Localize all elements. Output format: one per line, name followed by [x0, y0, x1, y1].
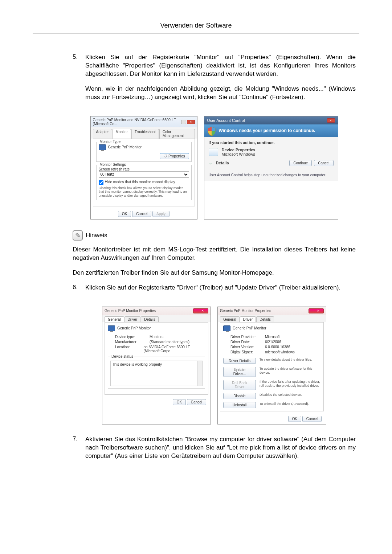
tab-general[interactable]: General	[220, 316, 240, 322]
driver-details-desc: To view details about the driver files.	[260, 358, 320, 362]
note-label: Hinweis	[86, 232, 107, 239]
page-header: Verwenden der Software	[33, 22, 359, 33]
dialog-title: Generic PnP Monitor Properties	[220, 309, 271, 313]
device-status-text: This device is working properly.	[112, 362, 163, 366]
hide-modes-label: Hide modes that this monitor cannot disp…	[105, 180, 175, 184]
monitor-type-label: Monitor Type	[99, 140, 122, 144]
cancel-button[interactable]: Cancel	[314, 160, 333, 166]
dialog-title: Generic PnP Monitor Properties	[105, 309, 156, 313]
step7-para1: Aktivieren Sie das Kontrollkästchen "Bro…	[85, 435, 356, 460]
step-7: 7. Aktivieren Sie das Kontrollkästchen "…	[73, 435, 356, 467]
step-number: 5.	[73, 53, 85, 108]
tab-monitor[interactable]: Monitor	[113, 129, 131, 139]
scrollbar[interactable]	[197, 361, 202, 386]
monitor-icon	[108, 325, 115, 331]
tab-details[interactable]: Details	[141, 316, 159, 322]
step-5: 5. Klicken Sie auf der Registerkarte "Mo…	[73, 53, 356, 108]
uninstall-desc: To uninstall the driver (Advanced).	[260, 402, 320, 406]
monitor-name: Generic PnP Monitor	[233, 326, 266, 330]
refresh-rate-select[interactable]: 60 Hertz	[99, 171, 189, 178]
footer-divider	[33, 518, 359, 518]
digital-signer-label: Digital Signer:	[230, 350, 265, 354]
device-type-label: Device type:	[115, 335, 150, 339]
cancel-button[interactable]: Cancel	[132, 211, 151, 217]
update-driver-desc: To update the driver software for this d…	[260, 367, 320, 375]
monitor-settings-label: Monitor Settings	[99, 163, 127, 167]
ok-button[interactable]: OK	[173, 399, 186, 405]
general-properties-dialog: Generic PnP Monitor Properties — ✕ Gener…	[102, 307, 211, 424]
device-status-label: Device status	[110, 354, 134, 358]
uac-if-started: If you started this action, continue.	[209, 140, 334, 145]
tab-adapter[interactable]: Adapter	[93, 129, 112, 139]
app-icon	[209, 148, 218, 156]
disable-button[interactable]: Disable	[223, 393, 256, 399]
driver-provider-label: Driver Provider:	[230, 335, 265, 339]
location-label: Location:	[115, 345, 144, 353]
shield-icon	[207, 127, 216, 136]
tab-color-management[interactable]: Color Management	[159, 129, 195, 139]
driver-details-button[interactable]: Driver Details	[223, 358, 256, 364]
uac-dialog: User Account Control × Windows needs you…	[204, 116, 338, 219]
tab-general[interactable]: General	[105, 316, 124, 322]
driver-version-label: Driver Version:	[230, 345, 265, 349]
uac-vendor: Microsoft Windows	[222, 152, 256, 156]
step-number: 6.	[73, 284, 85, 299]
tab-details[interactable]: Details	[256, 316, 274, 322]
refresh-rate-label: Screen refresh rate:	[99, 167, 189, 171]
disable-desc: Disables the selected device.	[260, 393, 320, 397]
note-para2: Den zertifizierten Treiber finden Sie au…	[73, 269, 356, 277]
manufacturer-value: (Standard monitor types)	[150, 340, 189, 344]
step6-para1: Klicken Sie auf der Registerkarte "Drive…	[85, 284, 356, 292]
note-para1: Dieser Monitortreiber ist mit dem MS-Log…	[73, 246, 356, 262]
apply-button[interactable]: Apply	[152, 211, 170, 217]
driver-date-label: Driver Date:	[230, 340, 265, 344]
tab-driver[interactable]: Driver	[124, 316, 141, 322]
screenshot-row-1: Generic PnP Monitor and NVIDIA GeForce 6…	[73, 116, 356, 219]
driver-date-value: 6/21/2006	[265, 340, 281, 344]
update-driver-button[interactable]: Update Driver...	[223, 367, 256, 377]
monitor-name: Generic PnP Monitor	[117, 326, 151, 330]
tab-troubleshoot[interactable]: Troubleshoot	[131, 129, 159, 139]
properties-button[interactable]: 🛡 Properties	[160, 153, 189, 159]
cancel-button[interactable]: Cancel	[302, 416, 322, 422]
close-icon[interactable]: ×	[327, 118, 335, 123]
close-icon[interactable]: — ✕	[193, 308, 208, 313]
step-6: 6. Klicken Sie auf der Registerkarte "Dr…	[73, 284, 356, 299]
rollback-driver-desc: If the device fails after updating the d…	[260, 380, 320, 388]
uac-headline: Windows needs your permission to contion…	[219, 128, 315, 133]
step-number: 7.	[73, 435, 85, 467]
chevron-down-icon[interactable]: ⌄	[209, 160, 212, 165]
rollback-driver-button[interactable]: Roll Back Driver	[223, 380, 256, 390]
tab-driver[interactable]: Driver	[240, 316, 256, 322]
monitor-properties-dialog: Generic PnP Monitor and NVIDIA GeForce 6…	[90, 116, 197, 219]
uac-title: User Account Control	[207, 118, 245, 123]
manufacturer-label: Manufacturer:	[115, 340, 150, 344]
digital-signer-value: microsoft windows	[265, 350, 295, 354]
driver-properties-dialog: Generic PnP Monitor Properties — ✕ Gener…	[217, 307, 326, 424]
ok-button[interactable]: OK	[118, 211, 131, 217]
screenshot-row-2: Generic PnP Monitor Properties — ✕ Gener…	[73, 307, 356, 424]
driver-provider-value: Microsoft	[265, 335, 280, 339]
driver-version-value: 6.0.6000.16386	[265, 345, 290, 349]
uac-app-name: Device Properties	[222, 148, 256, 152]
monitor-name: Generic PnP Monitor	[108, 145, 142, 149]
continue-button[interactable]: Continue	[289, 160, 312, 166]
step5-para1: Klicken Sie auf der Registerkarte "Monit…	[85, 53, 356, 78]
close-icon[interactable]: — ✕	[309, 308, 324, 313]
cancel-button[interactable]: Cancel	[187, 399, 206, 405]
hide-modes-checkbox[interactable]	[99, 180, 103, 185]
location-value: on NVIDIA GeForce 6600 LE (Microsoft Cor…	[144, 345, 205, 353]
ok-button[interactable]: OK	[288, 416, 301, 422]
dialog-title: Generic PnP Monitor and NVIDIA GeForce 6…	[93, 118, 181, 126]
monitor-icon	[223, 325, 230, 331]
hide-modes-hint: Clearing this check box allows you to se…	[99, 186, 189, 198]
step5-para2: Wenn, wie in der nachfolgenden Abbildung…	[85, 85, 356, 102]
minimize-icon[interactable]	[181, 120, 186, 124]
note-icon: ✎	[73, 230, 83, 241]
uninstall-button[interactable]: Uninstall	[223, 402, 256, 408]
device-type-value: Monitors	[150, 335, 163, 339]
monitor-icon	[99, 144, 106, 150]
uac-footer: User Account Control helps stop unauthor…	[209, 170, 334, 177]
uac-details-toggle[interactable]: Details	[216, 161, 229, 165]
close-icon[interactable]: ×	[187, 120, 195, 124]
